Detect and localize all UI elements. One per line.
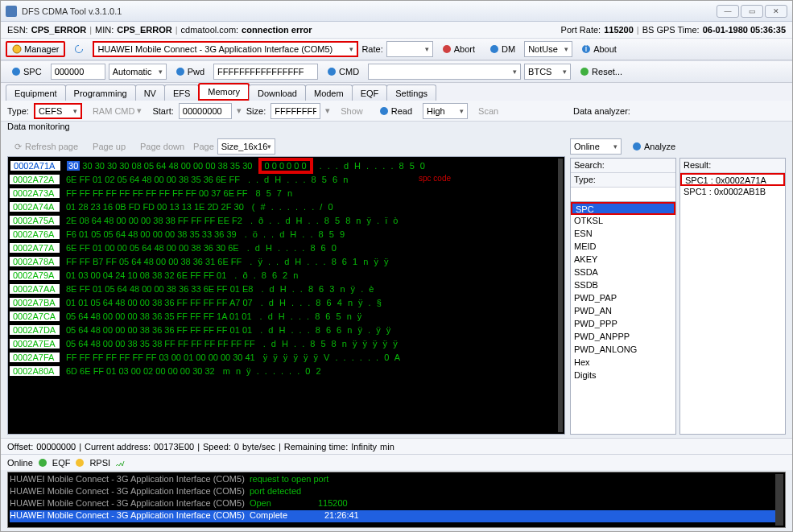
type-filter-input[interactable] [571, 188, 675, 202]
type-select[interactable]: CEFS [34, 103, 82, 119]
type-item[interactable]: Hex [571, 357, 675, 369]
pwd-input[interactable] [213, 64, 318, 80]
log-row[interactable]: HUAWEI Mobile Connect - 3G Application I… [10, 510, 783, 522]
ramcmd-button[interactable]: RAM CMD ▾ [87, 103, 148, 119]
page-down-button[interactable]: Page down [134, 138, 190, 155]
page-up-button[interactable]: Page up [87, 138, 131, 155]
pwd-button[interactable]: Pwd [170, 64, 210, 80]
type-item[interactable]: PWD_AN [571, 305, 675, 318]
size-input[interactable] [271, 103, 320, 119]
analyze-button[interactable]: Analyze [626, 138, 681, 155]
hex-address: 0002A73A [10, 188, 60, 198]
manager-button[interactable]: Manager [6, 41, 65, 57]
cmd-button[interactable]: CMD [321, 64, 365, 80]
show-button[interactable]: Show [335, 103, 369, 119]
hex-row[interactable]: 0002A79A01 03 00 04 24 10 08 38 32 6E FF… [10, 268, 563, 282]
hex-row[interactable]: 0002A80A6D 6E FF 01 03 00 02 00 00 00 30… [10, 364, 563, 377]
btcs-select[interactable]: BTCS [524, 64, 571, 80]
hex-row[interactable]: 0002A7CA05 64 48 00 00 00 38 36 35 FF FF… [10, 309, 563, 323]
close-button[interactable]: ✕ [765, 5, 787, 18]
hex-row[interactable]: 0002A72A6E FF 01 02 05 64 48 00 00 38 35… [10, 172, 563, 186]
titlebar: DFS CDMA Tool v.3.1.0.1 — ▭ ✕ [1, 1, 792, 22]
hex-row[interactable]: 0002A75A2E 08 64 48 00 00 00 38 38 FF FF… [10, 213, 563, 227]
result-item[interactable]: SPC1 : 0x0002A71A [680, 173, 785, 186]
tab-download[interactable]: Download [249, 85, 306, 101]
start-input[interactable] [179, 103, 232, 119]
tab-efs[interactable]: EFS [164, 85, 199, 101]
rpsi-label: RPSI [89, 458, 110, 468]
dm-button[interactable]: DM [484, 41, 521, 57]
eqf-icon[interactable] [38, 458, 47, 468]
hex-row[interactable]: 0002A78AFF FF B7 FF 05 64 48 00 00 38 36… [10, 254, 563, 268]
tab-equipment[interactable]: Equipment [6, 85, 66, 101]
hex-scrollbar[interactable] [558, 159, 563, 432]
dm-select[interactable]: NotUse [524, 41, 572, 57]
refresh-page-button[interactable]: ⟳Refresh page [7, 138, 84, 155]
hex-view[interactable]: spc code ▸ 0002A71A30 30 30 30 30 08 05 … [7, 156, 565, 435]
log-row[interactable]: HUAWEI Mobile Connect - 3G Application I… [10, 486, 783, 498]
type-list[interactable]: SPCOTKSLESNMEIDAKEYSSDASSDBPWD_PAPPWD_AN… [571, 202, 675, 434]
page-size-select[interactable]: Size_16x16 [217, 138, 275, 155]
hex-row[interactable]: 0002A7AA8E FF 01 05 64 48 00 00 38 36 33… [10, 282, 563, 295]
site-label: cdmatool.com: [181, 25, 239, 35]
svg-point-1 [443, 45, 451, 53]
tab-eqf[interactable]: EQF [352, 85, 388, 101]
tab-modem[interactable]: Modem [305, 85, 353, 101]
hex-row[interactable]: 0002A7BA01 01 05 64 48 00 00 38 36 FF FF… [10, 295, 563, 309]
type-item-spc[interactable]: SPC [571, 202, 675, 215]
svg-point-6 [176, 68, 184, 76]
reset-label: Reset... [592, 67, 622, 76]
esn-label: ESN: [7, 25, 28, 35]
type-item[interactable]: SSDB [571, 279, 675, 292]
hex-row[interactable]: 0002A7FAFF FF FF FF FF FF FF 03 00 01 00… [10, 350, 563, 364]
log-row[interactable]: HUAWEI Mobile Connect - 3G Application I… [10, 474, 783, 486]
hex-bytes: 6E FF 01 00 00 05 64 48 00 00 38 36 30 6… [66, 243, 239, 253]
minimize-button[interactable]: — [717, 5, 739, 18]
hex-row[interactable]: 0002A76AF6 01 05 05 64 48 00 00 00 38 35… [10, 227, 563, 241]
type-item[interactable]: PWD_ANPPP [571, 331, 675, 344]
log-scrollbar[interactable] [775, 474, 783, 526]
tab-memory[interactable]: Memory [198, 83, 250, 101]
hex-ascii: 8 5 7 n [255, 188, 294, 198]
maximize-button[interactable]: ▭ [741, 5, 763, 18]
type-item[interactable]: MEID [571, 241, 675, 254]
type-item[interactable]: PWD_PPP [571, 318, 675, 331]
spc-button[interactable]: SPC [6, 64, 47, 80]
reset-button[interactable]: Reset... [574, 64, 628, 80]
hex-row[interactable]: 0002A73AFF FF FF FF FF FF FF FF FF FF 00… [10, 186, 563, 200]
about-button[interactable]: i About [576, 41, 622, 57]
hex-row[interactable]: 0002A7DA05 64 48 00 00 00 38 36 36 FF FF… [10, 323, 563, 336]
cmd-select[interactable] [368, 64, 521, 80]
spc-mode-select[interactable]: Automatic [109, 64, 167, 80]
abort-button[interactable]: Abort [436, 41, 481, 57]
level-select[interactable]: High [423, 103, 468, 119]
hex-row[interactable]: 0002A7EA05 64 48 00 00 38 35 38 FF FF FF… [10, 336, 563, 350]
hex-bytes: FF FF B7 FF 05 64 48 00 00 38 36 31 6E F… [66, 257, 242, 266]
spc-input[interactable] [51, 64, 105, 80]
type-item[interactable]: Digits [571, 369, 675, 382]
rpsi-icon[interactable] [75, 458, 85, 468]
type-item[interactable]: ESN [571, 228, 675, 241]
result-panel: Result: SPC1 : 0x0002A71ASPC1 : 0x0002AB… [679, 158, 786, 435]
result-item[interactable]: SPC1 : 0x0002AB1B [680, 186, 785, 199]
read-button[interactable]: Read [374, 103, 418, 119]
log-panel[interactable]: HUAWEI Mobile Connect - 3G Application I… [7, 472, 786, 528]
tab-settings[interactable]: Settings [386, 85, 436, 101]
hex-row[interactable]: 0002A77A6E FF 01 00 00 05 64 48 00 00 38… [10, 241, 563, 254]
scan-button[interactable]: Scan [473, 103, 504, 119]
hex-row[interactable]: 0002A74A01 28 23 16 0B FD FD 00 13 13 1E… [10, 200, 563, 213]
rate-select[interactable] [386, 41, 433, 57]
type-item[interactable]: PWD_PAP [571, 292, 675, 305]
tab-programming[interactable]: Programming [65, 85, 136, 101]
type-item[interactable]: SSDA [571, 266, 675, 279]
type-item[interactable]: AKEY [571, 254, 675, 266]
type-item[interactable]: OTKSL [571, 215, 675, 228]
type-item[interactable]: PWD_ANLONG [571, 344, 675, 357]
tab-nv[interactable]: NV [135, 85, 165, 101]
refresh-device-button[interactable] [68, 41, 89, 57]
hex-row[interactable]: ▸ 0002A71A30 30 30 30 30 08 05 64 48 00 … [10, 159, 563, 172]
device-select[interactable]: HUAWEI Mobile Connect - 3G Application I… [93, 41, 358, 57]
result-list[interactable]: SPC1 : 0x0002A71ASPC1 : 0x0002AB1B [680, 173, 785, 434]
analyzer-mode-select[interactable]: Online [570, 138, 622, 155]
log-row[interactable]: HUAWEI Mobile Connect - 3G Application I… [10, 498, 783, 510]
